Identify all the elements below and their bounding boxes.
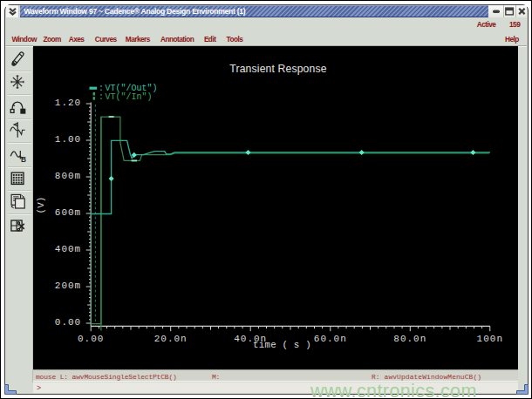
svg-text:80.0n: 80.0n <box>393 334 426 344</box>
svg-text:20.0n: 20.0n <box>154 334 188 344</box>
svg-text:Transient Response: Transient Response <box>229 63 326 75</box>
svg-text:0.00: 0.00 <box>78 334 104 344</box>
svg-text::: : <box>99 92 104 102</box>
svg-text:VT("/Out"): VT("/Out") <box>106 84 158 93</box>
svg-text:60.0n: 60.0n <box>314 334 347 344</box>
svg-text:time ( s ): time ( s ) <box>253 340 311 350</box>
svg-text:VT("/In"): VT("/In") <box>106 92 153 102</box>
svg-text:200m: 200m <box>55 281 81 291</box>
svg-text:600m: 600m <box>55 207 81 218</box>
svg-text:0.00: 0.00 <box>55 317 81 328</box>
svg-text:1.20: 1.20 <box>55 98 81 108</box>
svg-text:800m: 800m <box>55 171 81 181</box>
svg-text:400m: 400m <box>55 244 81 254</box>
svg-text:(V): (V) <box>36 196 46 213</box>
svg-text:B: B <box>21 154 26 162</box>
svg-text:1.00: 1.00 <box>55 134 81 145</box>
svg-text:100n: 100n <box>477 334 503 344</box>
svg-text::: : <box>99 84 104 93</box>
